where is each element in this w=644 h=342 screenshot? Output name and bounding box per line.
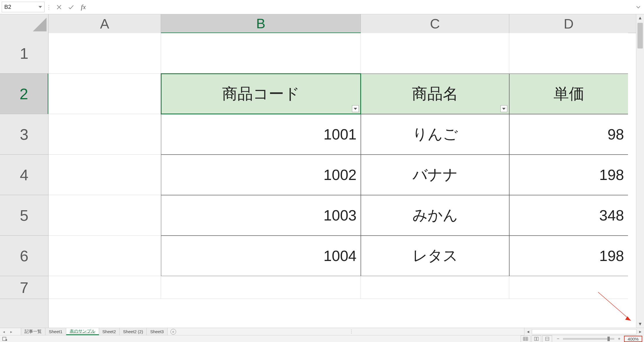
cell-D7[interactable] <box>509 276 628 299</box>
new-sheet-button[interactable]: + <box>168 328 179 335</box>
sheet-tab-1[interactable]: Sheet1 <box>45 328 66 335</box>
name-box[interactable]: B2 <box>2 2 45 12</box>
horizontal-scrollbar[interactable]: ◂ ▸ <box>524 328 644 335</box>
cell-D4[interactable]: 198 <box>509 155 628 195</box>
view-normal-button[interactable] <box>521 335 530 342</box>
row-header-5[interactable]: 5 <box>0 195 48 236</box>
filter-button-C[interactable] <box>500 105 507 112</box>
name-box-dropdown-icon[interactable] <box>39 6 42 8</box>
cell-B3[interactable]: 1001 <box>161 114 361 155</box>
cell-D6[interactable]: 198 <box>509 236 628 276</box>
cell-B5-value: 1003 <box>323 207 357 224</box>
cell-B5[interactable]: 1003 <box>161 195 361 236</box>
cell-B7[interactable] <box>161 276 361 299</box>
svg-rect-6 <box>523 337 528 341</box>
row-header-4[interactable]: 4 <box>0 155 48 195</box>
x-icon <box>57 5 62 10</box>
cells-area: 商品コード 商品名 単価 1001 りんご 98 1002 バナナ 198 <box>49 33 636 328</box>
cell-D5[interactable]: 348 <box>509 195 628 236</box>
zoom-control: − + 400% <box>555 336 644 342</box>
cell-C4[interactable]: バナナ <box>361 155 509 195</box>
tab-nav-separator <box>15 328 21 335</box>
chevron-down-icon <box>636 6 640 9</box>
cell-A1[interactable] <box>49 33 161 74</box>
cell-C7[interactable] <box>361 276 509 299</box>
cell-B2[interactable]: 商品コード <box>161 74 361 114</box>
sheet-tab-2[interactable]: 表のサンプル <box>66 328 99 335</box>
row-header-6[interactable]: 6 <box>0 236 48 276</box>
cell-B6[interactable]: 1004 <box>161 236 361 276</box>
tab-nav-next[interactable]: ▸ <box>7 328 15 335</box>
hscroll-right-button[interactable]: ▸ <box>637 328 644 335</box>
zoom-level-display[interactable]: 400% <box>624 336 642 342</box>
cell-D1[interactable] <box>509 33 628 74</box>
record-icon <box>2 337 7 341</box>
zoom-in-button[interactable]: + <box>616 336 622 342</box>
hscroll-track[interactable] <box>532 329 637 334</box>
cell-A4[interactable] <box>49 155 161 195</box>
formula-input[interactable] <box>90 0 633 14</box>
select-all-corner[interactable] <box>0 14 49 33</box>
macro-record-button[interactable] <box>0 335 10 342</box>
scroll-down-button[interactable]: ▼ <box>636 320 644 328</box>
cell-C3-value: りんご <box>412 124 458 144</box>
cell-A6[interactable] <box>49 236 161 276</box>
insert-function-button[interactable]: fx <box>77 0 90 14</box>
col-header-A[interactable]: A <box>49 14 161 33</box>
confirm-formula-button[interactable] <box>65 0 77 14</box>
zoom-out-button[interactable]: − <box>555 336 561 342</box>
zoom-level-value: 400% <box>628 337 639 341</box>
cell-C1[interactable] <box>361 33 509 74</box>
col-header-C[interactable]: C <box>361 14 509 33</box>
view-page-break-button[interactable] <box>542 335 552 342</box>
col-header-D[interactable]: D <box>509 14 628 33</box>
sheet-tab-2-label: 表のサンプル <box>70 329 95 334</box>
scroll-thumb-vertical[interactable] <box>637 23 643 48</box>
cell-C5-value: みかん <box>412 205 458 225</box>
filter-button-B[interactable] <box>352 105 359 112</box>
col-header-B[interactable]: B <box>161 14 361 33</box>
cell-C6[interactable]: レタス <box>361 236 509 276</box>
row-header-7[interactable]: 7 <box>0 276 48 299</box>
cell-A3[interactable] <box>49 114 161 155</box>
cell-C5[interactable]: みかん <box>361 195 509 236</box>
cell-C2[interactable]: 商品名 <box>361 74 509 114</box>
sheet-tab-4[interactable]: Sheet2 (2) <box>120 328 147 335</box>
cell-D2[interactable]: 単価 <box>509 74 628 114</box>
page-break-icon <box>545 337 550 341</box>
sheet-tab-0[interactable]: 記事一覧 <box>21 328 45 335</box>
cell-C3[interactable]: りんご <box>361 114 509 155</box>
row-2: 商品コード 商品名 単価 <box>49 74 636 114</box>
sheet-tab-5[interactable]: Sheet3 <box>147 328 168 335</box>
view-page-layout-button[interactable] <box>532 335 541 342</box>
cancel-formula-button[interactable] <box>53 0 65 14</box>
hscroll-left-button[interactable]: ◂ <box>524 328 532 335</box>
cell-B4-value: 1002 <box>323 166 357 183</box>
cell-C6-value: レタス <box>412 246 458 266</box>
sheet-tab-4-label: Sheet2 (2) <box>123 329 143 334</box>
cell-A5[interactable] <box>49 195 161 236</box>
zoom-slider[interactable] <box>563 338 614 340</box>
vertical-scrollbar[interactable]: ▲ ▼ <box>636 14 644 328</box>
fx-icon: fx <box>81 3 86 11</box>
sheet-tab-3[interactable]: Sheet2 <box>99 328 120 335</box>
svg-rect-12 <box>537 337 538 341</box>
row-header-1[interactable]: 1 <box>0 33 48 74</box>
column-headers: A B C D <box>0 14 636 33</box>
cell-D3[interactable]: 98 <box>509 114 628 155</box>
row-header-3[interactable]: 3 <box>0 114 48 155</box>
cell-B4[interactable]: 1002 <box>161 155 361 195</box>
tab-nav-prev[interactable]: ◂ <box>0 328 7 335</box>
grid-icon <box>523 337 528 341</box>
row-header-2[interactable]: 2 <box>0 74 48 114</box>
bottom-bar: ◂ ▸ 記事一覧 Sheet1 表のサンプル Sheet2 Sheet2 (2)… <box>0 328 644 342</box>
cell-A2[interactable] <box>49 74 161 114</box>
expand-formula-bar-button[interactable] <box>633 0 644 14</box>
cell-B1[interactable] <box>161 33 361 74</box>
scroll-up-button[interactable]: ▲ <box>636 14 644 22</box>
formula-bar-separator: ⋮ <box>45 0 53 14</box>
cell-B6-value: 1004 <box>323 247 357 264</box>
zoom-slider-thumb[interactable] <box>607 337 610 341</box>
cell-A7[interactable] <box>49 276 161 299</box>
cell-C2-value: 商品名 <box>412 84 458 104</box>
